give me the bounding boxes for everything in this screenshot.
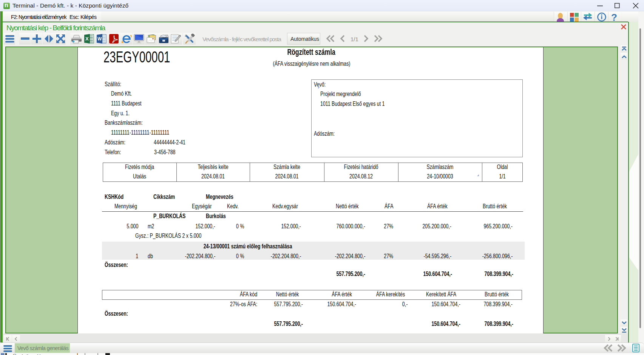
svg-text:W: W bbox=[97, 36, 102, 42]
svg-text:X: X bbox=[85, 36, 89, 42]
